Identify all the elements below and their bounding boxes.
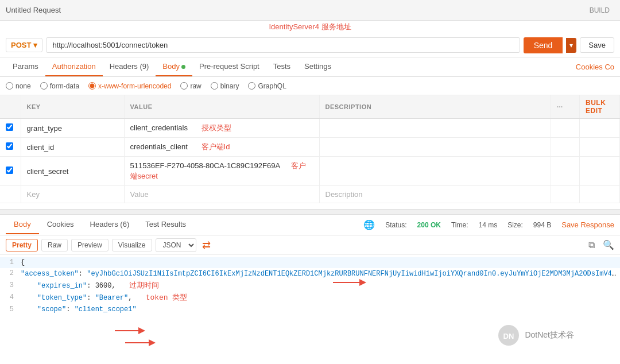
radio-binary[interactable]: binary (211, 82, 239, 90)
row2-key[interactable]: client_id (21, 138, 124, 157)
send-dropdown-button[interactable]: ▾ (566, 38, 576, 53)
response-format-row: Pretty Raw Preview Visualize JSON ⇄ ⧉ 🔍 (0, 235, 620, 255)
svg-text:DN: DN (503, 332, 514, 340)
identity-label-text: IdentityServer4 服务地址 (269, 22, 351, 31)
radio-formdata[interactable]: form-data (40, 82, 79, 90)
row3-key[interactable]: client_secret (21, 157, 124, 186)
table-row: grant_type client_credentials 授权类型 (0, 119, 620, 138)
line-content-5: "scope": "client_scope1" (21, 304, 620, 315)
row2-annotation: 客户端Id (202, 142, 230, 151)
response-line-5: 5 "scope": "client_scope1" (0, 304, 620, 315)
status-label: Status: (385, 221, 406, 229)
col-header-opts: ··· (551, 95, 580, 119)
row3-value[interactable]: 511536EF-F270-4058-80CA-1C89C192F69A 客户端… (124, 157, 319, 186)
row2-value[interactable]: credentials_client 客户端Id (124, 138, 319, 157)
tab-headers[interactable]: Headers (9) (103, 57, 156, 76)
line-num-2: 2 (0, 268, 21, 280)
line-num-1: 1 (0, 257, 21, 268)
section-divider (0, 209, 620, 215)
format-visualize-button[interactable]: Visualize (112, 239, 152, 251)
table-row-empty: Key Value Description (0, 186, 620, 203)
cookies-link[interactable]: Cookies Co (576, 63, 614, 71)
tab-prerequest[interactable]: Pre-request Script (192, 57, 266, 76)
response-line-4: 4 "token_type": "Bearer", token 类型 (0, 292, 620, 304)
row1-checkbox[interactable] (6, 123, 13, 131)
response-line-3: 3 "expires_in": 3600, 过期时间 (0, 280, 620, 292)
row2-opts (551, 138, 580, 157)
params-table-wrapper: KEY VALUE DESCRIPTION ··· Bulk Edit gran… (0, 95, 620, 203)
build-button[interactable]: BUILD (585, 5, 614, 16)
col-header-desc: DESCRIPTION (319, 95, 551, 119)
url-bar: POST ▾ Send ▾ Save (0, 33, 620, 57)
line-num-3: 3 (0, 280, 21, 292)
bulk-edit-label[interactable]: Bulk Edit (586, 99, 606, 115)
resp-tab-cookies[interactable]: Cookies (39, 215, 82, 234)
identity-server-label: IdentityServer4 服务地址 (0, 21, 620, 33)
row1-value[interactable]: client_credentials 授权类型 (124, 119, 319, 138)
url-input[interactable] (46, 37, 520, 53)
params-table: KEY VALUE DESCRIPTION ··· Bulk Edit gran… (0, 95, 620, 203)
empty-key[interactable]: Key (21, 186, 124, 203)
line-num-4: 4 (0, 292, 21, 304)
tokentype-annotation: token 类型 (146, 293, 188, 302)
line-content-1: { (21, 257, 620, 268)
radio-none[interactable]: none (6, 82, 31, 90)
tab-params[interactable]: Params (6, 57, 45, 76)
time-label: Time: (451, 221, 468, 229)
method-select[interactable]: POST ▾ (6, 38, 42, 52)
bulk-edit-header[interactable]: Bulk Edit (580, 95, 620, 119)
row1-key[interactable]: grant_type (21, 119, 124, 138)
table-row: client_id credentials_client 客户端Id (0, 138, 620, 157)
line-content-4: "token_type": "Bearer", token 类型 (21, 292, 620, 304)
row1-checkbox-cell[interactable] (0, 119, 21, 138)
tab-authorization[interactable]: Authorization (45, 57, 103, 76)
resp-tab-body[interactable]: Body (6, 215, 39, 234)
row3-desc[interactable] (319, 157, 551, 186)
time-value: 14 ms (478, 221, 497, 229)
top-bar: Untitled Request BUILD (0, 0, 620, 21)
radio-raw[interactable]: raw (180, 82, 201, 90)
response-line-1: 1 { (0, 257, 620, 268)
col-header-cb (0, 95, 21, 119)
dotnet-logo: DN (497, 324, 520, 347)
line-num-5: 5 (0, 304, 21, 315)
response-status-bar: 🌐 Status: 200 OK Time: 14 ms Size: 994 B… (363, 219, 614, 230)
send-button[interactable]: Send (524, 37, 563, 53)
row2-desc[interactable] (319, 138, 551, 157)
table-row: client_secret 511536EF-F270-4058-80CA-1C… (0, 157, 620, 186)
row2-checkbox-cell[interactable] (0, 138, 21, 157)
row1-opts (551, 119, 580, 138)
col-header-value: VALUE (124, 95, 319, 119)
row2-checkbox[interactable] (6, 142, 13, 150)
response-tabs: Body Cookies Headers (6) Test Results 🌐 … (0, 215, 620, 235)
chevron-down-icon: ▾ (33, 41, 37, 49)
save-response-button[interactable]: Save Response (561, 220, 614, 229)
resp-tab-testresults[interactable]: Test Results (137, 215, 194, 234)
tab-body[interactable]: Body (156, 57, 192, 76)
copy-icon[interactable]: ⧉ (588, 240, 595, 250)
radio-urlencoded[interactable]: x-www-form-urlencoded (88, 82, 171, 90)
empty-value[interactable]: Value (124, 186, 319, 203)
watermark-text: DotNet技术谷 (525, 330, 574, 340)
response-line-2: 2 "access_token": "eyJhbGciOiJSUzI1NiIsI… (0, 268, 620, 280)
wrap-button[interactable]: ⇄ (202, 239, 211, 251)
json-format-select[interactable]: JSON (156, 238, 196, 252)
format-pretty-button[interactable]: Pretty (6, 239, 38, 251)
resp-tab-headers[interactable]: Headers (6) (82, 215, 138, 234)
window-title: Untitled Request (6, 6, 585, 14)
tab-settings[interactable]: Settings (297, 57, 338, 76)
search-icon[interactable]: 🔍 (603, 239, 614, 250)
format-raw-button[interactable]: Raw (41, 239, 68, 251)
body-dot (181, 65, 185, 69)
row3-checkbox[interactable] (6, 166, 13, 174)
empty-desc[interactable]: Description (319, 186, 551, 203)
radio-graphql[interactable]: GraphQL (248, 82, 286, 90)
row1-desc[interactable] (319, 119, 551, 138)
request-tabs: Params Authorization Headers (9) Body Pr… (0, 57, 620, 77)
tab-tests[interactable]: Tests (266, 57, 297, 76)
format-preview-button[interactable]: Preview (71, 239, 108, 251)
row1-annotation: 授权类型 (202, 123, 231, 132)
save-button[interactable]: Save (580, 37, 614, 53)
row3-checkbox-cell[interactable] (0, 157, 21, 186)
size-label: Size: (507, 221, 523, 229)
